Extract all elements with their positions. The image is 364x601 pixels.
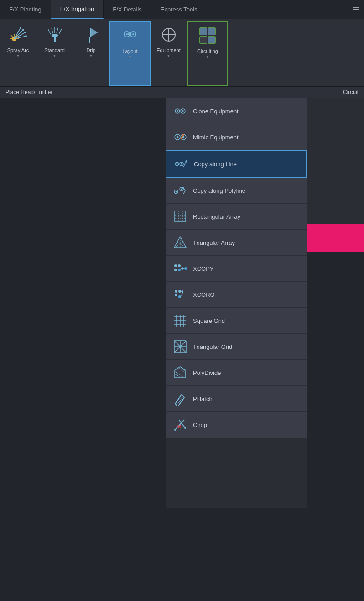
polydivide-label: PolyDivide [193, 369, 221, 376]
svg-point-10 [25, 35, 27, 37]
ribbon-group-spray-arc[interactable]: Spray Arc ▼ [0, 21, 36, 86]
svg-rect-17 [52, 34, 58, 37]
svg-line-22 [59, 29, 62, 34]
circ-cell-4 [208, 36, 216, 44]
circ-cell-3 [199, 36, 207, 44]
place-head-label: Place Head/Emitter [5, 89, 52, 95]
spray-arc-arrow: ▼ [16, 54, 20, 58]
svg-point-105 [174, 429, 176, 431]
tab-express[interactable]: Express Tools [151, 0, 207, 19]
svg-point-36 [177, 110, 178, 112]
svg-point-27 [126, 33, 128, 35]
svg-marker-71 [182, 267, 184, 270]
tab-details[interactable]: F/X Details [104, 0, 151, 19]
triangular-grid-label: Triangular Grid [193, 343, 232, 350]
svg-point-75 [175, 294, 177, 296]
svg-point-29 [132, 33, 134, 35]
clone-equipment-icon [172, 103, 188, 119]
phatch-icon [172, 390, 188, 407]
tab-details-label: F/X Details [113, 6, 142, 13]
triangular-grid-icon [172, 338, 188, 355]
menu-item-xcoro[interactable]: XCORO [166, 282, 307, 308]
circuiting-label: Circuiting [197, 48, 218, 54]
svg-point-9 [24, 32, 26, 33]
menu-item-copy-along-polyline[interactable]: Copy along Polyline [166, 178, 307, 204]
polydivide-icon [172, 364, 188, 381]
circ-cell-1 [199, 27, 207, 35]
svg-rect-97 [172, 391, 188, 406]
triangular-array-icon [172, 234, 188, 251]
svg-line-21 [57, 28, 58, 33]
circ-cell-2 [208, 27, 216, 35]
menu-item-chop[interactable]: Chop [166, 412, 307, 438]
equipment-icon [158, 24, 180, 46]
right-dark-area [307, 252, 364, 601]
svg-point-73 [175, 290, 177, 293]
xcoro-icon [172, 286, 188, 303]
tab-more-button[interactable] [348, 0, 364, 19]
copy-along-line-icon [173, 156, 189, 172]
menu-item-polydivide[interactable]: PolyDivide [166, 360, 307, 386]
svg-point-47 [177, 163, 178, 165]
tab-planting-label: F/X Planting [9, 6, 42, 13]
menu-item-triangular-grid[interactable]: Triangular Grid [166, 334, 307, 360]
drip-icon [80, 24, 102, 46]
svg-rect-1 [353, 9, 359, 10]
xcoro-label: XCORO [193, 291, 215, 298]
svg-line-14 [11, 35, 13, 37]
mimic-equipment-label: Mimic Equipment [193, 134, 239, 141]
menu-item-phatch[interactable]: PHatch [166, 386, 307, 412]
xcopy-label: XCOPY [193, 265, 214, 272]
mimic-equipment-icon [172, 129, 188, 145]
ribbon-group-standard[interactable]: Standard ▼ [36, 21, 73, 86]
svg-point-69 [178, 269, 181, 271]
place-head-bar: Place Head/Emitter Circuit [0, 87, 364, 98]
ribbon-group-drip[interactable]: Drip ▼ [73, 21, 109, 86]
tab-planting[interactable]: F/X Planting [0, 0, 51, 19]
ribbon-group-equipment[interactable]: Equipment ▼ [151, 21, 187, 86]
svg-marker-24 [90, 28, 98, 37]
copy-along-line-label: Copy along Line [194, 161, 237, 168]
spray-arc-icon [7, 24, 29, 46]
ribbon-group-layout[interactable]: Layout ▼ [109, 21, 151, 86]
svg-point-68 [174, 269, 177, 271]
dropdown-menu: Clone Equipment Mimic Equipment [166, 98, 307, 438]
svg-point-66 [174, 264, 177, 267]
standard-label: Standard [44, 47, 65, 53]
svg-line-18 [48, 29, 51, 34]
triangular-array-label: Triangular Array [193, 239, 235, 246]
svg-point-7 [20, 27, 21, 29]
copy-along-polyline-icon [172, 182, 188, 199]
menu-item-mimic-equipment[interactable]: Mimic Equipment [166, 124, 307, 150]
standard-arrow: ▼ [53, 54, 57, 58]
menu-item-rectangular-array[interactable]: Rectangular Array [166, 204, 307, 230]
circuiting-icon [197, 25, 218, 47]
svg-line-19 [52, 28, 53, 33]
menu-item-clone-equipment[interactable]: Clone Equipment [166, 98, 307, 124]
layout-label: Layout [122, 48, 137, 54]
ribbon-group-circuiting[interactable]: Circuiting ▼ [187, 21, 228, 86]
tab-irrigation-label: F/X Irrigation [60, 5, 94, 12]
svg-rect-23 [89, 37, 90, 43]
more-icon [352, 6, 359, 13]
menu-item-square-grid[interactable]: Square Grid [166, 308, 307, 334]
svg-point-67 [178, 264, 181, 267]
equipment-arrow: ▼ [167, 54, 171, 58]
tab-irrigation[interactable]: F/X Irrigation [51, 0, 104, 19]
menu-item-xcopy[interactable]: XCOPY [166, 256, 307, 282]
circuiting-arrow: ▼ [206, 55, 209, 59]
circuit-label: Circuit [343, 89, 359, 95]
menu-item-triangular-array[interactable]: Triangular Array [166, 230, 307, 256]
svg-point-74 [178, 290, 181, 293]
xcopy-icon [172, 260, 188, 277]
main-content: Clone Equipment Mimic Equipment [0, 98, 364, 601]
svg-point-53 [176, 191, 177, 193]
svg-line-93 [175, 374, 182, 378]
svg-point-49 [181, 163, 182, 165]
spray-arc-label: Spray Arc [7, 47, 29, 53]
layout-icon [119, 25, 141, 47]
menu-item-copy-along-line[interactable]: Copy along Line [166, 150, 307, 178]
phatch-label: PHatch [193, 395, 213, 402]
svg-point-8 [22, 29, 24, 31]
tab-bar: F/X Planting F/X Irrigation F/X Details … [0, 0, 364, 19]
